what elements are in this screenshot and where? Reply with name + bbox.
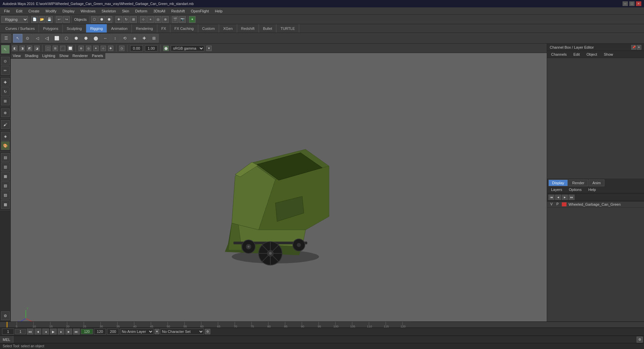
vp-tool12[interactable]: ⊹: [101, 46, 106, 51]
vp-tool4[interactable]: ◪: [34, 46, 40, 51]
vp-tool1[interactable]: ◧: [12, 46, 17, 51]
shelf-skinbind-button[interactable]: ⬢: [71, 34, 81, 43]
tab-polygons[interactable]: Polygons: [39, 24, 62, 33]
layer-first-button[interactable]: ⏮: [548, 195, 554, 200]
layer-btn2[interactable]: ▥: [1, 162, 10, 171]
redo-button[interactable]: ↪: [63, 16, 70, 23]
tab-fx[interactable]: FX: [157, 24, 170, 33]
shelf-lasso-button[interactable]: ⊙: [23, 34, 32, 43]
menu-help[interactable]: Help: [212, 8, 225, 14]
save-scene-button[interactable]: 💾: [46, 16, 53, 23]
vp-tool7[interactable]: ⬛: [60, 46, 65, 51]
vp-tool8[interactable]: ⬜: [67, 46, 73, 51]
menu-3dtoall[interactable]: 3DtoAll: [151, 8, 168, 14]
move-button[interactable]: ✚: [1, 78, 10, 87]
menu-file[interactable]: File: [1, 8, 13, 14]
vp-colorspace-icon[interactable]: ⬤: [163, 46, 169, 51]
shelf-skinweight-button[interactable]: ⬣: [81, 34, 91, 43]
select-all-button[interactable]: ⬢: [98, 16, 105, 23]
character-set-dropdown[interactable]: No Character Set: [160, 329, 204, 335]
menu-modify[interactable]: Modify: [43, 8, 59, 14]
mode-dropdown[interactable]: Rigging: [1, 16, 28, 23]
tab-bullet[interactable]: Bullet: [259, 24, 277, 33]
menu-windows[interactable]: Windows: [78, 8, 98, 14]
menu-skin[interactable]: Skin: [119, 8, 132, 14]
vp-tool6[interactable]: ⊞: [53, 46, 58, 51]
shelf-paint-button[interactable]: ◁: [33, 34, 42, 43]
vp-tool2[interactable]: ◨: [19, 46, 25, 51]
tab-sculpting[interactable]: Sculpting: [63, 24, 86, 33]
cb-tab-show[interactable]: Show: [601, 52, 616, 57]
rp-tab-render[interactable]: Render: [569, 180, 588, 186]
pb-play-button[interactable]: ▶: [50, 329, 57, 335]
rp-close-button[interactable]: ✕: [637, 45, 641, 50]
menu-openflight[interactable]: OpenFlight: [188, 8, 212, 14]
pb-next-button[interactable]: ►: [65, 329, 72, 335]
vp-tool5[interactable]: ⬚: [45, 46, 51, 51]
new-scene-button[interactable]: 📄: [31, 16, 38, 23]
move-tool-button[interactable]: ✚: [115, 16, 122, 23]
scale-tool-button[interactable]: ⊞: [130, 16, 137, 23]
vp-tool3[interactable]: ◩: [27, 46, 32, 51]
shelf-ik-button[interactable]: ⬡: [62, 34, 71, 43]
character-set-icon[interactable]: ⚙: [205, 329, 210, 334]
layer-next-button[interactable]: ►: [562, 195, 568, 200]
sculpt-button[interactable]: 🖌: [1, 120, 10, 129]
subtab-help[interactable]: Help: [586, 187, 599, 192]
timeline-ruler[interactable]: 5 10 15 20 25 30 35 40 45 50 5: [0, 322, 644, 328]
tab-fx-caching[interactable]: FX Caching: [170, 24, 198, 33]
tab-redshift[interactable]: Redshift: [237, 24, 259, 33]
layer-item[interactable]: V P Wheeled_Garbage_Can_Green: [547, 201, 644, 208]
shelf-rotate-button[interactable]: ↕: [110, 34, 120, 43]
subtab-layers[interactable]: Layers: [548, 187, 565, 192]
vp-menu-view[interactable]: View: [11, 53, 23, 58]
vp-colorspace-dropdown[interactable]: sRGB gamma: [171, 45, 204, 51]
shelf-joint-button[interactable]: ⬜: [52, 34, 61, 43]
cb-tab-channels[interactable]: Channels: [548, 52, 569, 57]
range-start-input[interactable]: [15, 329, 26, 334]
rotate-button[interactable]: ↻: [1, 87, 10, 96]
layer-btn1[interactable]: ▤: [1, 153, 10, 162]
rotate-tool-button[interactable]: ↻: [123, 16, 129, 23]
snap-curve-button[interactable]: ⌖: [147, 16, 154, 23]
vp-colorspace-arrow[interactable]: ▼: [206, 46, 212, 51]
ipr-button[interactable]: 📷: [179, 16, 186, 23]
undo-button[interactable]: ↩: [56, 16, 62, 23]
shelf-select-button[interactable]: ↖: [13, 34, 22, 43]
pb-last-button[interactable]: ⏭: [73, 329, 80, 335]
cmd-input[interactable]: [13, 338, 637, 342]
misc-btn[interactable]: ⚙: [1, 311, 10, 320]
vp-display1[interactable]: ◷: [119, 46, 124, 51]
range-end-input[interactable]: [81, 329, 93, 334]
vp-menu-renderer[interactable]: Renderer: [70, 53, 90, 58]
rp-pin-button[interactable]: 📌: [631, 45, 636, 50]
tab-custom[interactable]: Custom: [198, 24, 219, 33]
shelf-plus-button[interactable]: ✚: [140, 34, 149, 43]
vp-value2-input[interactable]: [145, 45, 158, 51]
snap-view-button[interactable]: ⊕: [162, 16, 169, 23]
universal-manip-button[interactable]: ⊕: [1, 108, 10, 117]
cb-tab-object[interactable]: Object: [584, 52, 600, 57]
pb-forward-button[interactable]: ▸: [58, 329, 64, 335]
snap-grid-button[interactable]: ⊹: [140, 16, 147, 23]
vp-tool9[interactable]: ⊕: [78, 46, 84, 51]
shelf-settings-button[interactable]: ☰: [1, 34, 11, 43]
shelf-grid-button[interactable]: ⊞: [149, 34, 159, 43]
vp-menu-shading[interactable]: Shading: [23, 53, 40, 58]
pb-first-button[interactable]: ⏮: [27, 329, 34, 335]
rp-tab-anim[interactable]: Anim: [589, 180, 604, 186]
tab-curves-surfaces[interactable]: Curves / Surfaces: [1, 24, 39, 33]
maximize-button[interactable]: □: [629, 1, 635, 6]
shelf-softmod-button[interactable]: ◁|: [42, 34, 52, 43]
layer-btn4[interactable]: ▧: [1, 181, 10, 190]
anim-layer-arrow[interactable]: ▼: [155, 329, 159, 334]
pb-back-button[interactable]: ◂: [42, 329, 49, 335]
display-color-button[interactable]: 🎨: [1, 141, 10, 150]
vp-tool11[interactable]: ✦: [93, 46, 99, 51]
shelf-mirror-button[interactable]: ⬤: [91, 34, 100, 43]
tab-rendering[interactable]: Rendering: [132, 24, 157, 33]
open-scene-button[interactable]: 📂: [39, 16, 45, 23]
select-component-button[interactable]: ⬣: [106, 16, 112, 23]
pb-prev-button[interactable]: ◄: [35, 329, 41, 335]
menu-skeleton[interactable]: Skeleton: [99, 8, 119, 14]
